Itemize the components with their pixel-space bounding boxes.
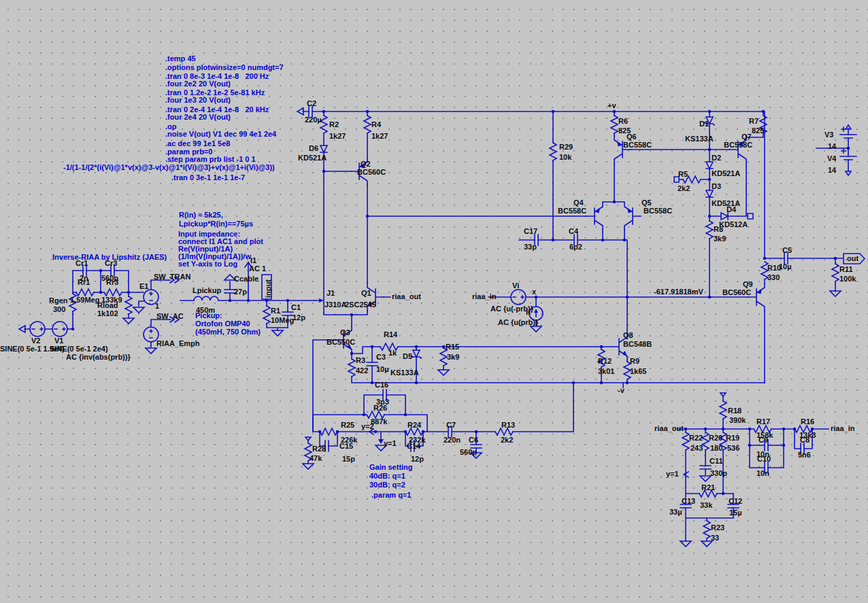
label-Q7: Q7 [741, 133, 752, 141]
directive-noise[interactable]: .noise V(out) V1 dec 99 4e1 2e4 [165, 130, 276, 138]
resistor-R23[interactable] [703, 521, 710, 538]
directive-temp[interactable]: .temp 45 [165, 54, 196, 63]
diode-D2[interactable] [706, 162, 713, 169]
diode-D6[interactable] [320, 145, 327, 152]
transistor-Q4[interactable] [586, 203, 603, 230]
value-Lpickup: 450m [196, 306, 215, 314]
comment-rin-2[interactable]: Lpickup*R(in)==75µs [179, 220, 253, 228]
label-V2: V2 [31, 337, 40, 345]
label-D3: D3 [712, 182, 721, 190]
label-Q6: Q6 [627, 133, 637, 141]
value-R4: 1k27 [371, 132, 388, 140]
net-label-riaa-out-1[interactable]: riaa_out [392, 292, 421, 300]
directive-param-q[interactable]: .param q=1 [371, 491, 411, 499]
label-R24: R24 [407, 421, 421, 429]
comment-impedance-5[interactable]: set Y-axis to Log [178, 260, 237, 268]
net-label-vplus[interactable]: +v [607, 101, 616, 109]
net-label-vminus[interactable]: -v [618, 386, 624, 394]
net-label-riaa-out-2[interactable]: riaa_out [654, 424, 684, 432]
value-C14: 12p [411, 455, 424, 463]
switch-label-y1-a[interactable]: y=1 [384, 439, 397, 447]
jfet-J1[interactable] [314, 288, 324, 313]
label-D1: D1 [699, 120, 709, 128]
directive-step-param[interactable]: .step param prb list -1 0 1 [165, 155, 256, 163]
value-Q4: BC558C [558, 207, 586, 215]
resistor-Rr1[interactable] [76, 289, 94, 296]
value-Q8: BC548B [623, 340, 652, 348]
voltage-V4[interactable] [840, 156, 856, 160]
capacitor-C11[interactable] [700, 466, 711, 469]
comment-gain-1[interactable]: Gain setting [369, 463, 413, 471]
net-label-riaa-emph[interactable]: RIAA_Emph [156, 339, 200, 347]
net-label-riaa-in-1[interactable]: riaa_in [472, 292, 496, 300]
value-R20: 180 [710, 444, 722, 452]
switch-label-y1-b[interactable]: y=1 [666, 470, 679, 478]
value-Q9: BC560C [722, 288, 751, 296]
schematic-canvas[interactable]: .temp 45 .options plotwinsize=0 numdgt=7… [0, 0, 868, 603]
value-R23: 33 [711, 534, 719, 542]
comment-pickup-3[interactable]: (450mH, 750 Ohm) [195, 328, 261, 336]
value-R18: 390k [729, 416, 746, 424]
resistor-R13[interactable] [495, 428, 513, 435]
label-R17: R17 [756, 417, 770, 426]
resistor-R1[interactable] [263, 306, 270, 324]
resistor-R24[interactable] [405, 428, 423, 435]
diode-D5[interactable] [412, 350, 421, 358]
resistor-R6[interactable] [611, 116, 618, 133]
label-R6: R6 [618, 117, 628, 125]
resistor-R29[interactable] [550, 143, 556, 160]
label-C10: C10 [757, 455, 771, 463]
label-C15: C15 [339, 442, 353, 450]
value-Q1: 2SC2545 [345, 300, 376, 309]
label-C5: C5 [782, 246, 792, 254]
comment-rin-1[interactable]: R(in) ≈ 5k25, [179, 211, 223, 219]
net-label-riaa-in-2[interactable]: riaa_in [831, 424, 854, 432]
source-V2[interactable] [30, 322, 45, 337]
value-C1: 12p [293, 313, 305, 322]
label-Lpickup: Lpickup [193, 286, 221, 294]
net-label-sw-tran[interactable]: SW_TRAN [154, 273, 190, 281]
directive-tran-3e1[interactable]: .tran 0 3e-1 1e-1 1e-7 [171, 173, 245, 182]
label-R18: R18 [728, 407, 741, 415]
resistor-R25[interactable] [320, 428, 337, 435]
source-Vi[interactable] [511, 290, 526, 305]
voltage-V3[interactable] [840, 135, 856, 138]
diode-D3[interactable] [706, 190, 713, 197]
y1-switch-arrow[interactable] [378, 439, 384, 444]
label-C2: C2 [307, 99, 316, 107]
resistor-R4[interactable] [364, 116, 371, 133]
directive-formula[interactable]: -1/(1-1/(2*(i(Vi)@1*v(x)@3-v(x)@1*i(Vi)@… [63, 163, 275, 171]
resistor-R18[interactable] [720, 401, 727, 419]
directive-ac[interactable]: .ac dec 99 1e1 5e8 [165, 139, 230, 148]
resistor-R11[interactable] [832, 264, 839, 281]
capacitor-C1[interactable] [282, 312, 293, 315]
directive-options[interactable]: .options plotwinsize=0 numdgt=7 [165, 63, 284, 71]
resistor-Rr3[interactable] [104, 289, 122, 296]
resistor-R3[interactable] [348, 359, 355, 377]
comment-pickup-2[interactable]: Ortofon OMP40 [195, 320, 250, 328]
resistor-R8[interactable] [706, 221, 713, 239]
resistor-R22[interactable] [682, 432, 689, 450]
directive-four-1e3[interactable]: .four 1e3 20 V(out) [165, 96, 231, 104]
diode-D4[interactable] [721, 213, 728, 220]
net-label-x[interactable]: x [532, 288, 536, 296]
label-R3: R3 [356, 356, 365, 364]
value-R22: 243 [690, 444, 703, 452]
net-port-out[interactable]: out [847, 254, 858, 262]
resistor-R20[interactable] [702, 432, 709, 450]
source-V1[interactable] [52, 322, 67, 337]
value-C12: 15µ [729, 509, 742, 517]
label-Q2: Q2 [361, 160, 371, 168]
net-label-sw-ac[interactable]: SW_AC [156, 312, 184, 320]
value-C7: 220n [444, 436, 461, 444]
transistor-Q5[interactable] [624, 203, 641, 230]
comment-gain-3[interactable]: 30dB: q=2 [369, 481, 405, 489]
value-C17: 33p [524, 243, 537, 251]
label-R23: R23 [711, 523, 724, 532]
directive-four-2e4[interactable]: .four 2e4 20 V(out) [165, 113, 231, 121]
comment-gain-2[interactable]: 40dB: q=1 [369, 472, 405, 480]
resistor-Rload[interactable] [125, 296, 132, 314]
net-label-input[interactable]: input [264, 279, 272, 298]
value-R2: 1k27 [329, 132, 346, 140]
directive-four-2e2[interactable]: .four 2e2 20 V(out) [165, 80, 231, 88]
